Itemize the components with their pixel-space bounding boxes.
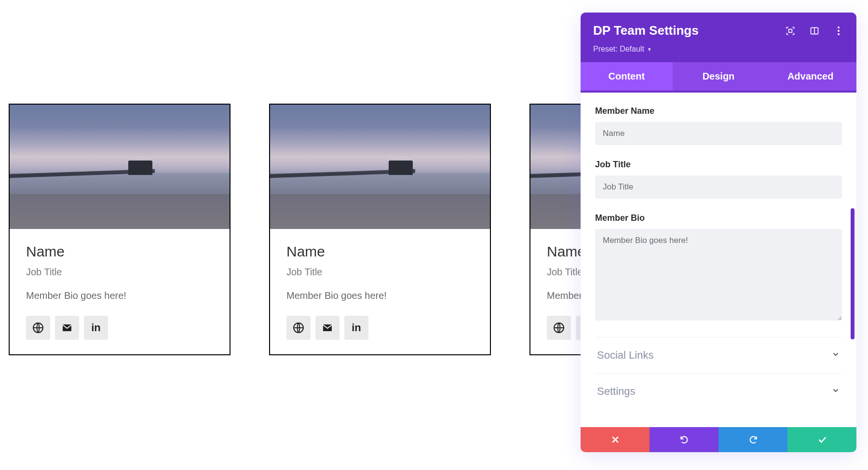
more-options-icon[interactable] [833,26,844,36]
team-card: Name Job Title Member Bio goes here! in [269,104,491,355]
section-settings[interactable]: Settings [595,373,842,409]
member-image [270,105,490,229]
tab-advanced[interactable]: Advanced [764,62,856,91]
member-bio: Member Bio goes here! [26,290,213,301]
settings-panel: DP Team Settings Preset: Default ▼ Conte… [581,13,856,452]
member-name: Name [286,243,474,260]
svg-rect-6 [789,29,792,32]
chevron-down-icon [831,386,840,397]
globe-icon[interactable] [286,316,311,340]
scrollbar-thumb[interactable] [851,208,854,339]
input-job-title[interactable] [595,175,842,199]
tab-content[interactable]: Content [581,62,673,91]
globe-icon[interactable] [26,316,50,340]
redo-button[interactable] [719,427,787,452]
member-image [10,105,230,229]
expand-icon[interactable] [785,26,796,36]
globe-icon[interactable] [547,316,571,340]
textarea-member-bio[interactable] [595,229,842,321]
member-name: Name [26,243,213,260]
chevron-down-icon: ▼ [647,47,652,52]
panel-body: Member Name Job Title Member Bio Social … [581,93,856,427]
preset-dropdown[interactable]: Preset: Default ▼ [593,45,844,54]
linkedin-icon[interactable]: in [344,316,368,340]
label-job-title: Job Title [595,160,842,170]
responsive-view-icon[interactable] [809,26,820,36]
chevron-down-icon [831,350,840,361]
save-button[interactable] [787,427,856,452]
mail-icon[interactable] [315,316,339,340]
panel-footer [581,427,856,452]
tab-design[interactable]: Design [673,62,765,91]
panel-header: DP Team Settings Preset: Default ▼ Conte… [581,13,856,93]
linkedin-icon[interactable]: in [84,316,108,340]
member-job-title: Job Title [26,267,213,278]
undo-button[interactable] [650,427,719,452]
section-title: Social Links [597,349,653,362]
member-job-title: Job Title [286,267,474,278]
social-links: in [286,316,474,340]
panel-tabs: Content Design Advanced [581,62,856,91]
panel-scroll-area[interactable]: Member Name Job Title Member Bio Social … [581,93,856,427]
label-member-bio: Member Bio [595,213,842,223]
section-title: Settings [597,385,636,398]
section-social-links[interactable]: Social Links [595,337,842,373]
panel-title: DP Team Settings [593,23,699,38]
label-member-name: Member Name [595,106,842,116]
member-bio: Member Bio goes here! [286,290,474,301]
team-card: Name Job Title Member Bio goes here! in [9,104,231,355]
cancel-button[interactable] [581,427,650,452]
mail-icon[interactable] [55,316,79,340]
input-member-name[interactable] [595,122,842,145]
social-links: in [26,316,213,340]
preset-label: Preset: Default [593,45,644,54]
